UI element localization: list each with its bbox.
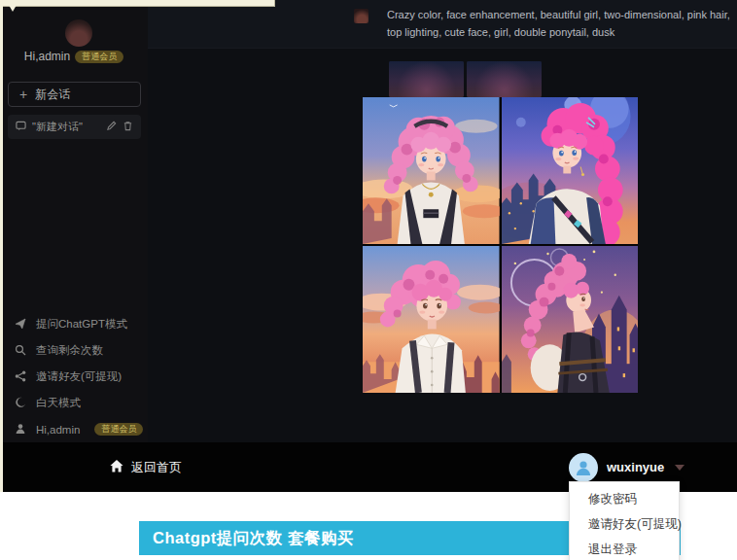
new-chat-label: 新会话 [35,87,70,103]
chat-bubble-icon [16,121,26,133]
dropdown-item-change-password[interactable]: 修改密码 [570,486,679,511]
sidebar-menu: 提问ChatGPT模式 查询剩余次数 邀请好友(可提现) 白天模式 [0,311,148,442]
sidebar-item-label: Hi,admin [36,424,80,436]
new-chat-button[interactable]: + 新会话 [8,82,141,107]
thumbnail-image[interactable] [389,61,464,97]
package-banner-title: Chatgpt提问次数 套餐购买 [153,529,354,546]
sidebar-username: Hi,admin [24,50,70,63]
sidebar-item-ask-mode[interactable]: 提问ChatGPT模式 [0,311,148,337]
prompt-text: Crazy color, face enhancement, beautiful… [387,6,733,41]
sidebar-user-line: Hi,admin普通会员 [0,50,148,63]
message-avatar [354,9,368,23]
membership-badge: 普通会员 [94,423,143,436]
chevron-down-icon [675,465,684,471]
sidebar-item-label: 白天模式 [36,396,81,410]
back-home-button[interactable]: 返回首页 [110,442,182,492]
footer-username: wuxinyue [607,460,664,474]
image-thumbnails[interactable] [389,61,542,97]
trash-icon[interactable] [123,121,133,133]
sidebar-item-invite[interactable]: 邀请好友(可提现) [0,364,148,390]
sidebar-item-account[interactable]: Hi,admin 普通会员 [0,416,148,442]
edit-icon[interactable] [106,121,117,133]
user-icon [15,423,26,437]
user-message-row: Crazy color, face enhancement, beautiful… [148,0,737,49]
generated-image-quadrant-2 [502,97,639,244]
thumbnail-image[interactable] [467,61,542,97]
share-icon [15,370,26,384]
capture-overlay-top-bar [3,0,275,7]
dropdown-item-invite-friends[interactable]: 邀请好友(可提现) [570,511,679,537]
user-dropdown-menu: 修改密码 邀请好友(可提现) 退出登录 [569,481,680,560]
generated-image[interactable] [363,97,638,393]
generated-image-quadrant-3 [363,246,500,393]
avatar[interactable] [65,19,92,47]
sidebar-item-day-mode[interactable]: 白天模式 [0,390,148,416]
user-avatar [569,453,598,482]
dropdown-item-logout[interactable]: 退出登录 [570,537,679,560]
capture-overlay-arrow-marker [6,0,19,12]
home-icon [110,460,123,475]
sidebar-item-label: 查询剩余次数 [36,343,103,358]
sidebar-item-label: 提问ChatGPT模式 [36,317,127,332]
capture-overlay-left-strip [0,0,3,492]
sidebar-item-check-quota[interactable]: 查询剩余次数 [0,337,148,364]
generated-image-quadrant-4 [502,246,639,393]
sidebar: Hi,admin普通会员 + 新会话 "新建对话" 提问C [0,0,148,442]
paper-plane-icon [15,318,26,332]
conversation-item[interactable]: "新建对话" [8,115,141,139]
membership-badge: 普通会员 [75,51,123,63]
conversation-title: "新建对话" [32,120,83,134]
chat-area: Crazy color, face enhancement, beautiful… [148,0,737,442]
sidebar-item-label: 邀请好友(可提现) [36,369,122,384]
screen: Hi,admin普通会员 + 新会话 "新建对话" 提问C [0,0,737,560]
plus-icon: + [19,88,27,101]
search-icon [15,344,26,358]
moon-icon [15,397,26,410]
back-home-label: 返回首页 [131,459,182,476]
generated-image-quadrant-1 [363,97,500,244]
